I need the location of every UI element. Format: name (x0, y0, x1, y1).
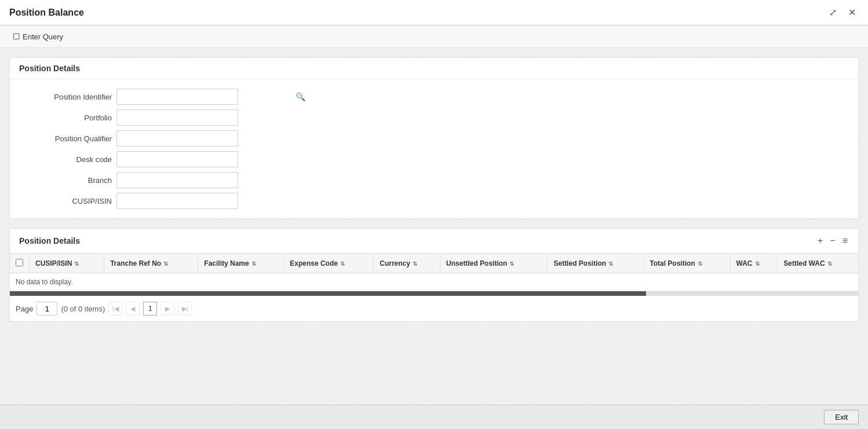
page-info: (0 of 0 items) (61, 305, 105, 313)
current-page-display: 1 (143, 302, 157, 316)
th-unsettled-position[interactable]: Unsettled Position ⇅ (440, 254, 548, 273)
no-data-cell: No data to display. (10, 273, 858, 291)
th-settled-wac-sort-icon: ⇅ (827, 261, 832, 267)
th-unsettled-position-sort-icon: ⇅ (509, 261, 514, 267)
content-area: Position Details Position Identifier 🔍 P (0, 48, 868, 405)
form-card-body: Position Identifier 🔍 Portfolio Positio (10, 79, 858, 218)
position-data-table: CUSIP/ISIN ⇅ Tranche Ref No ⇅ (10, 254, 858, 291)
position-identifier-input[interactable] (116, 89, 238, 105)
no-data-row: No data to display. (10, 273, 858, 291)
field-position-qualifier: Position Qualifier (19, 130, 309, 146)
maximize-button[interactable]: ⤢ (826, 6, 840, 19)
label-cusip-isin: CUSIP/ISIN (19, 197, 112, 206)
th-cusip-isin-sort-icon: ⇅ (74, 261, 79, 267)
label-branch: Branch (19, 176, 112, 185)
table-scrollbar-thumb (10, 291, 646, 296)
window-title: Position Balance (9, 8, 84, 18)
th-expense-code-label: Expense Code (290, 259, 338, 267)
th-expense-code[interactable]: Expense Code ⇅ (284, 254, 374, 273)
enter-query-icon: ☐ (13, 32, 20, 41)
th-wac-label: WAC (736, 259, 753, 267)
position-details-table-card: Position Details + − ≡ (9, 228, 859, 322)
last-page-icon: ▶| (182, 305, 188, 313)
add-row-button[interactable]: + (816, 234, 824, 247)
next-page-icon: ▶ (165, 305, 170, 313)
label-position-identifier: Position Identifier (19, 93, 112, 101)
label-position-qualifier: Position Qualifier (19, 134, 112, 143)
enter-query-label: Enter Query (23, 32, 63, 41)
title-bar-controls: ⤢ ✕ (826, 6, 859, 19)
last-page-button[interactable]: ▶| (178, 302, 192, 316)
th-currency[interactable]: Currency ⇅ (374, 254, 440, 273)
table-card-header: Position Details + − ≡ (10, 229, 858, 254)
th-settled-position-sort-icon: ⇅ (608, 261, 613, 267)
th-cusip-isin[interactable]: CUSIP/ISIN ⇅ (30, 254, 104, 273)
spacer (9, 331, 859, 395)
th-facility-name-label: Facility Name (204, 259, 249, 267)
remove-row-button[interactable]: − (829, 234, 836, 247)
th-tranche-ref-no-sort-icon: ⇅ (163, 261, 168, 267)
th-cusip-isin-label: CUSIP/ISIN (35, 259, 72, 267)
title-bar: Position Balance ⤢ ✕ (0, 0, 868, 25)
th-wac[interactable]: WAC ⇅ (730, 254, 778, 273)
prev-page-icon: ◀ (130, 305, 135, 313)
table-scroll-container[interactable]: CUSIP/ISIN ⇅ Tranche Ref No ⇅ (10, 254, 858, 291)
position-details-form-card: Position Details Position Identifier 🔍 P (9, 57, 859, 219)
th-total-position[interactable]: Total Position ⇅ (644, 254, 730, 273)
table-section-title: Position Details (19, 236, 80, 245)
prev-page-button[interactable]: ◀ (126, 302, 140, 316)
table-header-icons: + − ≡ (816, 234, 849, 247)
list-view-button[interactable]: ≡ (841, 234, 849, 247)
input-wrapper-position-identifier: 🔍 (116, 89, 309, 105)
next-page-button[interactable]: ▶ (161, 302, 174, 316)
cusip-isin-input[interactable] (116, 193, 238, 209)
th-total-position-sort-icon: ⇅ (698, 261, 702, 267)
list-view-icon: ≡ (843, 236, 848, 245)
th-tranche-ref-no-label: Tranche Ref No (110, 259, 161, 267)
form-section-title: Position Details (19, 64, 80, 73)
position-identifier-search-icon: 🔍 (296, 92, 305, 101)
label-portfolio: Portfolio (19, 113, 112, 122)
position-qualifier-input[interactable] (116, 130, 238, 146)
th-facility-name-sort-icon: ⇅ (251, 261, 256, 267)
field-portfolio: Portfolio (19, 109, 309, 126)
select-all-checkbox[interactable] (16, 259, 23, 266)
page-label: Page (16, 305, 33, 313)
th-currency-sort-icon: ⇅ (413, 261, 417, 267)
table-header-row: CUSIP/ISIN ⇅ Tranche Ref No ⇅ (10, 254, 858, 273)
form-card-header: Position Details (10, 58, 858, 79)
first-page-button[interactable]: |◀ (108, 302, 122, 316)
portfolio-input[interactable] (116, 109, 238, 126)
th-total-position-label: Total Position (650, 259, 695, 267)
th-unsettled-position-label: Unsettled Position (446, 259, 507, 267)
th-wac-sort-icon: ⇅ (755, 261, 760, 267)
field-position-identifier: Position Identifier 🔍 (19, 89, 309, 105)
branch-input[interactable] (116, 172, 238, 188)
label-desk-code: Desk code (19, 155, 112, 164)
th-expense-code-sort-icon: ⇅ (340, 261, 345, 267)
page-number-input[interactable] (37, 302, 57, 316)
footer-bar: Exit (0, 405, 868, 429)
pagination-bar: Page (0 of 0 items) |◀ ◀ 1 ▶ ▶| (10, 296, 858, 321)
close-button[interactable]: ✕ (845, 6, 859, 19)
enter-query-button[interactable]: ☐ Enter Query (9, 30, 67, 43)
form-fields: Position Identifier 🔍 Portfolio Positio (19, 89, 309, 209)
th-settled-position-label: Settled Position (553, 259, 606, 267)
th-facility-name[interactable]: Facility Name ⇅ (198, 254, 284, 273)
desk-code-input[interactable] (116, 151, 238, 167)
th-settled-wac[interactable]: Settled WAC ⇅ (778, 254, 858, 273)
th-checkbox[interactable] (10, 254, 30, 273)
field-branch: Branch (19, 172, 309, 188)
exit-button[interactable]: Exit (824, 410, 859, 424)
field-cusip-isin: CUSIP/ISIN (19, 193, 309, 209)
th-settled-position[interactable]: Settled Position ⇅ (548, 254, 644, 273)
th-tranche-ref-no[interactable]: Tranche Ref No ⇅ (104, 254, 198, 273)
first-page-icon: |◀ (112, 305, 119, 313)
toolbar: ☐ Enter Query (0, 25, 868, 48)
field-desk-code: Desk code (19, 151, 309, 167)
table-horizontal-scrollbar[interactable] (10, 291, 858, 296)
th-settled-wac-label: Settled WAC (783, 259, 825, 267)
th-currency-label: Currency (380, 259, 410, 267)
